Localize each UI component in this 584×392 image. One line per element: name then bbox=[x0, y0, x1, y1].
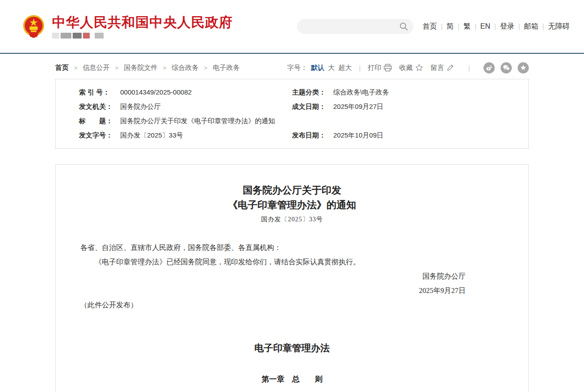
meta-row-doc-no: 发文字号： 国办发〔2025〕33号 bbox=[56, 128, 292, 142]
meta-title-value: 国务院办公厅关于印发《电子印章管理办法》的通知 bbox=[120, 114, 275, 128]
document-sign-date: 2025年9月27日 bbox=[80, 284, 466, 298]
meta-row-publish-date: 发布日期： 2025年10月09日 bbox=[292, 128, 528, 142]
meta-publish-date-label: 发布日期： bbox=[292, 128, 333, 142]
share-wechat-button[interactable] bbox=[501, 62, 512, 73]
favorite-button[interactable]: 收藏 bbox=[399, 64, 423, 72]
public-release-note: （此件公开发布） bbox=[80, 298, 504, 312]
document-title: 国务院办公厅关于印发 《电子印章管理办法》的通知 bbox=[80, 183, 504, 212]
document-content-box: 国务院办公厅关于印发 《电子印章管理办法》的通知 国办发〔2025〕33号 各省… bbox=[55, 164, 529, 392]
nav-link-login[interactable]: 登录 bbox=[500, 22, 514, 31]
fontsize-large-button[interactable]: 大 bbox=[328, 64, 335, 72]
toolbar-row: 首页 > 信息公开 > 国务院文件 > 综合政务 > 电子政务 字号： 默认 大… bbox=[55, 62, 529, 73]
meta-row-empty bbox=[292, 114, 528, 128]
document-title-line2: 《电子印章管理办法》的通知 bbox=[80, 198, 504, 212]
top-nav: 首页 | 简 | 繁 | EN | 登录 | 邮箱 | 无障碍 bbox=[423, 22, 570, 31]
meta-written-date-label: 成文日期： bbox=[292, 99, 333, 114]
nav-link-simplified[interactable]: 简 bbox=[447, 22, 454, 31]
breadcrumb-separator: > bbox=[163, 65, 166, 71]
meta-row-index: 索 引 号： 000014349/2025-00082 bbox=[56, 85, 292, 99]
nav-link-accessibility[interactable]: 无障碍 bbox=[548, 22, 570, 31]
meta-title-label: 标 题： bbox=[79, 114, 120, 128]
fontsize-xlarge-button[interactable]: 超大 bbox=[338, 64, 352, 72]
meta-issuer-value: 国务院办公厅 bbox=[120, 99, 161, 114]
meta-written-date-value: 2025年09月27日 bbox=[333, 99, 384, 114]
breadcrumb-separator: > bbox=[115, 65, 119, 71]
fontsize-default-button[interactable]: 默认 bbox=[311, 64, 324, 72]
nav-link-mail[interactable]: 邮箱 bbox=[524, 22, 538, 31]
meta-row-title: 标 题： 国务院办公厅关于印发《电子印章管理办法》的通知 bbox=[56, 114, 292, 128]
breadcrumb-item-state-council-docs[interactable]: 国务院文件 bbox=[124, 64, 157, 72]
document-title-line1: 国务院办公厅关于印发 bbox=[80, 183, 504, 198]
site-title[interactable]: 中华人民共和国中央人民政府 bbox=[52, 15, 233, 30]
header-divider bbox=[0, 53, 584, 54]
document-salutation: 各省、自治区、直辖市人民政府，国务院各部委、各直属机构： bbox=[80, 241, 504, 255]
document-number: 国办发〔2025〕33号 bbox=[80, 215, 504, 224]
site-brand[interactable]: 中华人民共和国中央人民政府 bbox=[22, 14, 233, 39]
meta-doc-no-label: 发文字号： bbox=[79, 128, 120, 142]
share-weibo-button[interactable] bbox=[484, 62, 495, 73]
breadcrumb: 首页 > 信息公开 > 国务院文件 > 综合政务 > 电子政务 bbox=[55, 64, 240, 72]
share-qzone-button[interactable] bbox=[518, 62, 529, 73]
document-signer: 国务院办公厅 bbox=[80, 269, 466, 284]
wechat-icon bbox=[503, 65, 510, 71]
pencil-icon bbox=[446, 64, 454, 72]
search-icon[interactable] bbox=[399, 22, 408, 31]
breadcrumb-item-general-affairs[interactable]: 综合政务 bbox=[172, 64, 199, 72]
nav-link-home[interactable]: 首页 bbox=[423, 22, 437, 31]
chapter-one-title: 第一章 总 则 bbox=[80, 374, 504, 384]
comment-button[interactable]: 留言 bbox=[431, 64, 454, 72]
toolbar-separator: | bbox=[359, 64, 361, 72]
fontsize-label: 字号： bbox=[287, 64, 307, 72]
breadcrumb-separator: > bbox=[74, 65, 78, 71]
star-icon bbox=[415, 64, 423, 72]
search-input[interactable] bbox=[297, 19, 414, 34]
meta-publish-date-value: 2025年10月09日 bbox=[333, 128, 384, 142]
comment-label: 留言 bbox=[431, 64, 444, 72]
toolbar-separator: | bbox=[468, 64, 470, 72]
meta-category-value: 综合政务\电子政务 bbox=[333, 85, 389, 99]
site-header: 中华人民共和国中央人民政府 首页 | 简 | 繁 | EN | 登录 | 邮箱 bbox=[0, 0, 584, 53]
nav-separator: | bbox=[519, 23, 520, 30]
nav-separator: | bbox=[475, 23, 476, 30]
document-meta-box: 索 引 号： 000014349/2025-00082 主题分类： 综合政务\电… bbox=[55, 79, 529, 149]
meta-row-issuer: 发文机关： 国务院办公厅 bbox=[56, 99, 292, 114]
breadcrumb-item-info-disclosure[interactable]: 信息公开 bbox=[83, 64, 110, 72]
nav-separator: | bbox=[441, 23, 443, 30]
breadcrumb-item-egovernment[interactable]: 电子政务 bbox=[213, 64, 240, 72]
meta-category-label: 主题分类： bbox=[292, 85, 333, 99]
print-button[interactable]: 打印 bbox=[368, 64, 392, 72]
nav-separator: | bbox=[542, 23, 544, 30]
nav-link-english[interactable]: EN bbox=[480, 22, 490, 30]
page-tools: 字号： 默认 大 超大 | 打印 收藏 留言 | bbox=[287, 62, 529, 73]
meta-row-category: 主题分类： 综合政务\电子政务 bbox=[292, 85, 528, 99]
meta-row-written-date: 成文日期： 2025年09月27日 bbox=[292, 99, 528, 114]
signature-block: 国务院办公厅 2025年9月27日 bbox=[80, 269, 504, 298]
qzone-star-icon bbox=[520, 65, 527, 71]
meta-index-label: 索 引 号： bbox=[79, 85, 120, 99]
search-box[interactable] bbox=[297, 19, 414, 34]
regulation-title: 电子印章管理办法 bbox=[80, 342, 504, 354]
national-emblem-icon bbox=[22, 14, 46, 39]
meta-doc-no-value: 国办发〔2025〕33号 bbox=[120, 128, 183, 142]
breadcrumb-separator: > bbox=[204, 65, 208, 71]
redacted-subtext bbox=[52, 33, 233, 39]
favorite-label: 收藏 bbox=[399, 64, 413, 72]
meta-issuer-label: 发文机关： bbox=[79, 99, 120, 114]
nav-link-traditional[interactable]: 繁 bbox=[463, 22, 471, 31]
nav-separator: | bbox=[458, 23, 460, 30]
print-label: 打印 bbox=[368, 64, 381, 72]
print-icon bbox=[384, 64, 392, 72]
document-paragraph: 《电子印章管理办法》已经国务院同意，现印发给你们，请结合实际认真贯彻执行。 bbox=[80, 255, 504, 269]
nav-separator: | bbox=[494, 23, 496, 30]
breadcrumb-item-home[interactable]: 首页 bbox=[55, 64, 69, 72]
share-bar bbox=[484, 62, 529, 73]
weibo-icon bbox=[486, 65, 492, 71]
meta-index-value: 000014349/2025-00082 bbox=[120, 85, 192, 99]
